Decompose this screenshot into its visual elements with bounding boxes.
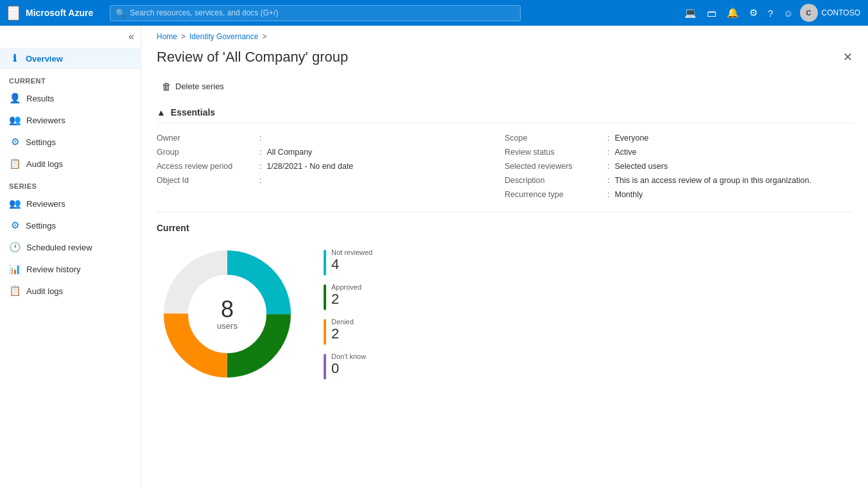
legend-approved: Approved 2 <box>324 283 372 310</box>
denied-bar <box>324 319 326 345</box>
sidebar-item-results[interactable]: 👤 Results <box>0 87 141 109</box>
series-settings-icon: ⚙ <box>9 220 21 231</box>
access-review-period-value: 1/28/2021 - No end date <box>266 162 353 171</box>
audit-logs-icon: 📋 <box>9 158 21 170</box>
sidebar-item-scheduled-review[interactable]: 🕐 Scheduled review <box>0 236 141 258</box>
dont-know-label: Don't know <box>331 353 366 360</box>
directory-button[interactable]: 🗃 <box>703 4 720 22</box>
object-id-label: Object Id <box>157 176 259 185</box>
dont-know-bar <box>324 354 326 379</box>
breadcrumb-home[interactable]: Home <box>157 32 177 41</box>
sidebar-item-overview-label: Overview <box>26 54 63 64</box>
essentials-section: ▲ Essentials Owner : Group : All Company <box>141 102 868 202</box>
sidebar-item-settings-label: Settings <box>26 137 56 147</box>
essentials-access-review-period-row: Access review period : 1/28/2021 - No en… <box>157 159 505 173</box>
denied-content: Denied 2 <box>331 318 354 341</box>
breadcrumb: Home > Identity Governance > <box>141 26 868 44</box>
settings-button[interactable]: ⚙ <box>745 3 761 22</box>
essentials-selected-reviewers-row: Selected reviewers : Selected users <box>505 159 853 173</box>
top-navigation: ☰ Microsoft Azure 🔍 💻 🗃 🔔 ⚙ ? ☺ C CONTOS… <box>0 0 868 26</box>
group-label: Group <box>157 148 259 157</box>
description-sep: : <box>607 176 609 185</box>
recurrence-type-sep: : <box>607 190 609 199</box>
group-value: All Company <box>266 148 312 157</box>
reviewers-icon: 👥 <box>9 114 21 126</box>
sidebar-item-series-settings[interactable]: ⚙ Settings <box>0 214 141 236</box>
access-review-period-sep: : <box>259 162 261 171</box>
feedback-button[interactable]: ☺ <box>779 4 797 22</box>
user-menu[interactable]: C CONTOSO <box>800 4 860 22</box>
essentials-description-row: Description : This is an access review o… <box>505 173 853 187</box>
recurrence-type-value: Monthly <box>614 190 643 199</box>
breadcrumb-sep-1: > <box>181 32 186 41</box>
series-audit-logs-icon: 📋 <box>9 285 21 297</box>
sidebar: « ℹ Overview Current 👤 Results 👥 Reviewe… <box>0 26 141 488</box>
dont-know-value: 0 <box>331 362 366 376</box>
app-logo: Microsoft Azure <box>26 8 93 18</box>
denied-label: Denied <box>331 318 354 326</box>
main-container: « ℹ Overview Current 👤 Results 👥 Reviewe… <box>0 26 868 488</box>
essentials-left-col: Owner : Group : All Company Access revie… <box>157 131 505 202</box>
sidebar-item-reviewers[interactable]: 👥 Reviewers <box>0 109 141 131</box>
delete-series-icon: 🗑 <box>162 81 171 92</box>
sidebar-collapse-button[interactable]: « <box>0 26 141 48</box>
sidebar-item-settings[interactable]: ⚙ Settings <box>0 131 141 153</box>
essentials-group-row: Group : All Company <box>157 145 505 159</box>
description-label: Description <box>505 176 607 185</box>
close-button[interactable]: ✕ <box>843 50 853 64</box>
avatar: C <box>800 4 818 22</box>
info-icon: ℹ <box>9 53 21 64</box>
essentials-scope-row: Scope : Everyone <box>505 131 853 145</box>
donut-chart: 8 users <box>157 243 298 385</box>
current-section: Current <box>141 223 868 385</box>
sidebar-item-series-audit-logs-label: Audit logs <box>26 286 63 296</box>
search-input[interactable] <box>130 8 515 17</box>
review-status-sep: : <box>607 148 609 157</box>
sidebar-item-overview[interactable]: ℹ Overview <box>0 48 141 69</box>
essentials-owner-row: Owner : <box>157 131 505 145</box>
object-id-sep: : <box>259 176 261 185</box>
notifications-button[interactable]: 🔔 <box>723 3 743 22</box>
approved-label: Approved <box>331 283 361 291</box>
delete-series-label: Delete series <box>175 82 224 91</box>
scope-label: Scope <box>505 134 607 143</box>
approved-bar <box>324 284 326 310</box>
essentials-object-id-row: Object Id : <box>157 173 505 187</box>
approved-content: Approved 2 <box>331 283 361 306</box>
sidebar-item-series-reviewers-label: Reviewers <box>26 199 65 209</box>
current-section-title: Current <box>157 223 853 233</box>
legend-not-reviewed: Not reviewed 4 <box>324 248 372 275</box>
hamburger-menu-button[interactable]: ☰ <box>8 6 19 21</box>
chart-area: 8 users Not reviewed 4 <box>157 243 853 385</box>
sidebar-item-audit-logs[interactable]: 📋 Audit logs <box>0 153 141 175</box>
sidebar-item-audit-logs-label: Audit logs <box>26 159 63 169</box>
svg-point-4 <box>189 275 266 353</box>
content-area: Home > Identity Governance > Review of '… <box>141 26 868 488</box>
donut-chart-svg <box>157 243 298 385</box>
access-review-period-label: Access review period <box>157 162 259 171</box>
sidebar-item-review-history[interactable]: 📊 Review history <box>0 258 141 280</box>
description-value: This is an access review of a group in t… <box>614 176 811 185</box>
cloud-shell-button[interactable]: 💻 <box>681 3 700 22</box>
breadcrumb-identity-governance[interactable]: Identity Governance <box>189 32 258 41</box>
topnav-icon-group: 💻 🗃 🔔 ⚙ ? ☺ C CONTOSO <box>681 3 860 22</box>
sidebar-item-series-reviewers[interactable]: 👥 Reviewers <box>0 193 141 214</box>
section-divider <box>157 212 853 213</box>
sidebar-item-results-label: Results <box>26 94 54 103</box>
settings-icon: ⚙ <box>9 136 21 148</box>
not-reviewed-content: Not reviewed 4 <box>331 248 372 272</box>
sidebar-item-series-settings-label: Settings <box>26 221 56 231</box>
recurrence-type-label: Recurrence type <box>505 190 607 199</box>
not-reviewed-value: 4 <box>331 257 372 272</box>
help-button[interactable]: ? <box>764 4 777 22</box>
sidebar-item-scheduled-review-label: Scheduled review <box>26 243 92 252</box>
essentials-header[interactable]: ▲ Essentials <box>157 102 853 123</box>
selected-reviewers-label: Selected reviewers <box>505 162 607 171</box>
review-status-value: Active <box>614 148 636 157</box>
breadcrumb-sep-2: > <box>262 32 266 41</box>
sidebar-item-series-audit-logs[interactable]: 📋 Audit logs <box>0 280 141 302</box>
results-icon: 👤 <box>9 92 21 104</box>
dont-know-content: Don't know 0 <box>331 353 366 376</box>
selected-reviewers-sep: : <box>607 162 609 171</box>
delete-series-button[interactable]: 🗑 Delete series <box>157 78 229 94</box>
